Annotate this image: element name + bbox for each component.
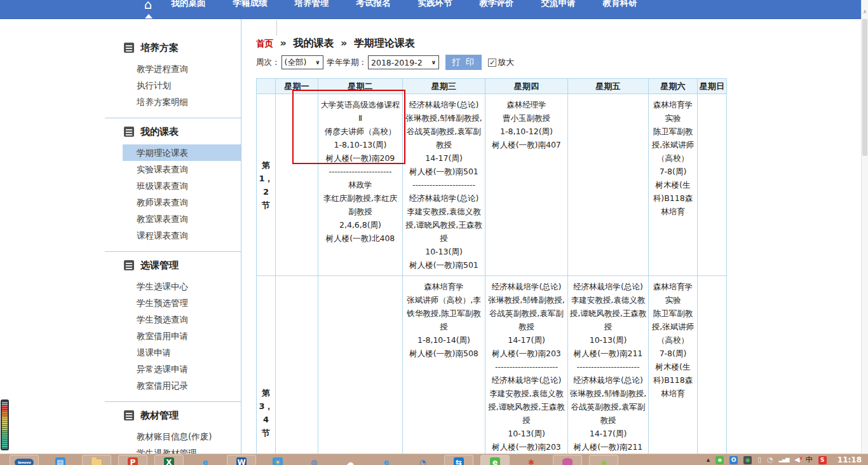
chevron-down-icon: ∨ xyxy=(315,59,320,66)
database-app-icon[interactable] xyxy=(553,455,581,465)
course-name: 森林培育学实验 xyxy=(650,280,696,307)
term-select[interactable]: 2018-2019-2 ∨ xyxy=(368,55,439,69)
volume-meter-widget xyxy=(1,399,9,450)
course-separator: ---------------------- xyxy=(487,360,566,373)
sidebar-group-label: 教材管理 xyxy=(140,410,179,422)
excel-icon[interactable]: X xyxy=(155,455,183,465)
tray-screenshot-icon[interactable]: ◉ xyxy=(743,456,752,464)
nav-item[interactable]: 培养管理 xyxy=(281,0,342,15)
cloud-app-icon[interactable]: ☁ xyxy=(336,455,364,465)
scrollbar-up-arrow[interactable]: ∧ xyxy=(862,9,868,15)
nav-item[interactable]: 考试报名 xyxy=(342,0,404,15)
phone-app-icon[interactable]: ▤ xyxy=(46,455,74,465)
tray-signal-icon[interactable]: ▂▄▆ xyxy=(779,455,789,464)
sidebar-group-title[interactable]: 教材管理 xyxy=(105,408,241,422)
main-content: 首页 » 我的课表 » 学期理论课表 周次： (全部) ∨ 学年学期： 2018… xyxy=(256,19,860,465)
sidebar-item[interactable]: 教室课表查询 xyxy=(105,211,241,227)
tray-360-icon[interactable]: e xyxy=(715,456,724,464)
course-cell: 经济林栽培学(总论)张琳教授,邹锋副教授,谷战英副教授,袁军副教授14-17(周… xyxy=(403,94,485,276)
print-button[interactable]: 打 印 xyxy=(445,55,482,70)
sidebar-group-title[interactable]: 选课管理 xyxy=(105,258,241,272)
powerpoint-icon-glyph: P xyxy=(128,457,138,465)
day-header: 星期六 xyxy=(649,79,698,94)
sidebar-item[interactable]: 教师课表查询 xyxy=(105,194,241,211)
tray-volume-muted-icon[interactable]: ◀ xyxy=(794,455,799,464)
scrollbar-thumb[interactable] xyxy=(862,19,867,156)
nav-item[interactable]: 教学评价 xyxy=(466,0,527,15)
sidebar-item[interactable]: 学生预选查询 xyxy=(105,311,241,328)
sidebar-item[interactable]: 培养方案明细 xyxy=(105,94,241,110)
teamviewer-icon[interactable]: ⇆ xyxy=(445,455,473,465)
notebook-icon xyxy=(124,260,134,270)
browser-ring2-icon[interactable]: ◔ xyxy=(409,455,437,465)
photos-icon[interactable]: ☀ xyxy=(264,455,292,465)
sidebar-item[interactable]: 课程课表查询 xyxy=(105,227,241,244)
sidebar-item[interactable]: 学生选课中心 xyxy=(105,278,241,295)
browser-ring-icon[interactable]: ◍ xyxy=(300,455,328,465)
powerpoint-icon[interactable]: P xyxy=(119,455,147,465)
week-select[interactable]: (全部) ∨ xyxy=(281,55,323,69)
sidebar-item[interactable]: 学期理论课表 xyxy=(123,144,241,161)
cloud-app-icon-glyph: ☁ xyxy=(345,457,355,465)
sidebar-item[interactable]: 学生预选管理 xyxy=(105,295,241,311)
sidebar-group-title[interactable]: 培养方案 xyxy=(105,41,241,55)
course-weeks: 7-8(周) xyxy=(650,165,696,178)
course-weeks: 7-8(周) xyxy=(650,347,696,360)
sidebar-item[interactable]: 退课申请 xyxy=(105,344,241,361)
sidebar-item[interactable]: 异常选课申请 xyxy=(105,361,241,377)
zoom-checkbox-label: 放大 xyxy=(498,57,514,68)
course-weeks: 1-8,10-14(周) xyxy=(404,333,484,347)
course-separator: ---------------------- xyxy=(404,178,484,191)
course-teachers: 曹小玉副教授 xyxy=(487,111,566,125)
word-icon[interactable]: W xyxy=(227,455,255,465)
taskbar-clock[interactable]: 11:18 xyxy=(837,455,862,464)
sidebar-item[interactable]: 执行计划 xyxy=(105,77,241,94)
sidebar-group-title[interactable]: 我的课表 xyxy=(105,125,241,139)
chevron-down-icon: ∨ xyxy=(431,59,436,66)
360-browser-icon[interactable]: e xyxy=(481,455,509,465)
sidebar-item[interactable]: 教材账目信息(作废) xyxy=(105,428,241,445)
period-label: 第3，4节 xyxy=(257,276,276,465)
home-icon[interactable]: ⌂ xyxy=(139,0,158,16)
tray-sogou-icon[interactable]: S xyxy=(818,456,827,464)
period-label-line: 3，4 xyxy=(257,399,275,426)
tray-globe-icon[interactable]: ◔ xyxy=(767,455,773,464)
sidebar-item[interactable]: 教学进程查询 xyxy=(105,60,241,77)
sogou-flame-icon[interactable]: ✱ xyxy=(517,455,545,465)
course-cell xyxy=(698,94,727,276)
green-app-icon[interactable]: ◆ xyxy=(590,455,618,465)
360-browser-icon-glyph: e xyxy=(490,457,500,465)
course-name: 大学英语高级选修课程Ⅱ xyxy=(320,98,401,125)
course-name: 经济林栽培学(总论) xyxy=(569,280,647,293)
sidebar-item[interactable]: 班级课表查询 xyxy=(105,177,241,194)
vertical-scrollbar[interactable]: ∧ xyxy=(861,0,868,465)
sidebar-group-label: 我的课表 xyxy=(140,126,179,138)
word-icon-glyph: W xyxy=(236,457,247,465)
tray-ime-icon[interactable]: 中 xyxy=(806,455,813,464)
nav-item[interactable]: 交流申请 xyxy=(527,0,589,15)
course-weeks: 14-17(周) xyxy=(487,333,566,347)
course-weeks: 10-13(周) xyxy=(404,245,484,258)
course-room: 树人楼(一教)北408 xyxy=(320,232,401,245)
tray-expand-icon[interactable]: ▴ xyxy=(707,455,710,464)
nav-item[interactable]: 实践环节 xyxy=(404,0,466,15)
sidebar-item[interactable]: 实验课表查询 xyxy=(105,161,241,177)
sidebar-item[interactable]: 教室借用记录 xyxy=(105,377,241,394)
zoom-checkbox[interactable]: ✓ xyxy=(488,59,496,67)
period-label-line: 第 xyxy=(257,158,275,172)
system-tray: ▴eO◉▯◔▂▄▆◀中S11:18 xyxy=(707,455,862,464)
sidebar-item[interactable]: 教室借用申请 xyxy=(105,328,241,344)
nav-item[interactable]: 学籍成绩 xyxy=(219,0,281,15)
internet-explorer-icon[interactable]: e xyxy=(191,455,219,465)
ie-browser2-icon[interactable]: e xyxy=(372,455,400,465)
day-header: 星期日 xyxy=(698,79,727,94)
course-teachers: 张琳教授,邹锋副教授,谷战英副教授,袁军副教授 xyxy=(569,387,647,427)
nav-item[interactable]: 我的桌面 xyxy=(158,0,219,15)
tray-ring-icon[interactable]: O xyxy=(729,456,738,464)
breadcrumb-home-link[interactable]: 首页 xyxy=(256,38,273,48)
lenovo-icon[interactable]: lenovo xyxy=(10,455,38,465)
file-explorer-icon[interactable] xyxy=(83,455,111,465)
course-teachers: 张琳教授,邹锋副教授,谷战英副教授,袁军副教授 xyxy=(487,293,566,333)
tray-usb-icon[interactable]: ▯ xyxy=(757,455,761,464)
nav-item[interactable]: 教育科研 xyxy=(589,0,651,15)
